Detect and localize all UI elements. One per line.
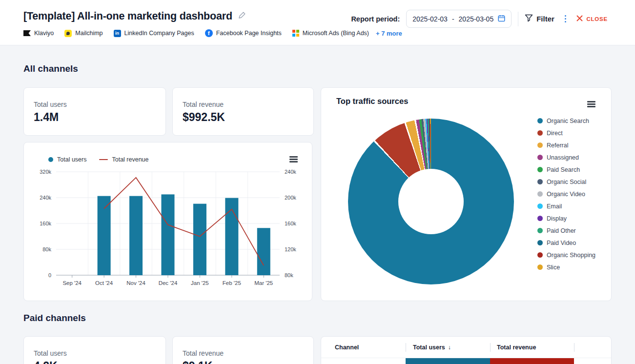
header-controls: Report period: 2025-02-03 - 2025-03-05 F… (351, 10, 608, 28)
legend-item[interactable]: Email (537, 200, 595, 212)
legend-item[interactable]: Organic Video (537, 188, 595, 200)
legend-label: Referral (547, 142, 568, 149)
integration-label: Klaviyo (34, 30, 54, 37)
all-channels-heading: All channels (23, 63, 78, 74)
close-label: CLOSE (586, 16, 608, 22)
legend-item[interactable]: Referral (537, 139, 595, 151)
stat-value: 4.2K (34, 360, 58, 364)
integration-badge[interactable]: Klaviyo (23, 30, 54, 37)
dashboard-header: [Template] All-in-one marketing dashboar… (0, 0, 635, 45)
legend-item[interactable]: Organic Social (537, 176, 595, 188)
combo-chart[interactable]: 320k240k160k80k0240k200k160k120k80kSep '… (24, 142, 313, 302)
date-end: 2025-03-05 (459, 15, 494, 23)
divider (518, 12, 518, 26)
legend-label: Direct (547, 130, 563, 137)
paid-total-users-card: Total users 4.2K (23, 336, 166, 364)
integration-badge[interactable]: fFacebook Page Insights (205, 29, 282, 37)
legend-swatch (537, 203, 543, 209)
legend-item[interactable]: Slice (537, 261, 595, 273)
legend-swatch (537, 142, 543, 148)
bar-total-users[interactable] (129, 196, 143, 275)
bar-total-users[interactable] (98, 196, 111, 275)
legend-item[interactable]: Paid Search (537, 163, 595, 176)
column-header-total-revenue[interactable]: Total revenue (497, 344, 536, 351)
legend-item[interactable]: Unassigned (537, 151, 595, 163)
table-cell-total-users[interactable] (406, 358, 490, 364)
funnel-icon (525, 14, 533, 23)
legend-label: Slice (547, 264, 560, 271)
legend-label: Organic Shopping (547, 252, 595, 259)
x-axis-label: Jan '25 (191, 280, 209, 286)
integration-label: Mailchimp (75, 30, 102, 37)
legend-label: Paid Other (547, 227, 576, 234)
edit-title-icon[interactable] (238, 11, 246, 21)
legend-swatch (537, 240, 543, 245)
x-axis-label: Feb '25 (223, 280, 241, 286)
table-cell-total-revenue[interactable] (490, 358, 574, 364)
paid-channels-heading: Paid channels (23, 313, 86, 324)
legend-label: Email (547, 203, 562, 210)
legend-swatch (537, 252, 543, 258)
stat-label: Total users (34, 349, 67, 357)
column-divider (574, 343, 574, 352)
facebook-icon: f (205, 29, 213, 37)
stat-label: Total revenue (183, 101, 224, 108)
left-axis-tick: 240k (40, 195, 51, 201)
legend-item[interactable]: Organic Shopping (537, 249, 595, 261)
microsoft-icon (292, 30, 299, 37)
legend-label: Paid Video (547, 240, 576, 246)
legend-label: Display (547, 215, 567, 222)
date-range-picker[interactable]: 2025-02-03 - 2025-03-05 (406, 10, 512, 28)
legend-item[interactable]: Organic Search (537, 115, 595, 127)
report-period-label: Report period: (351, 15, 400, 23)
legend-item[interactable]: Paid Other (537, 224, 595, 237)
stat-value: $992.5K (183, 111, 225, 124)
close-button[interactable]: CLOSE (576, 15, 608, 23)
integration-badge-list: KlaviyoMailchimpinLinkedIn Company Pages… (23, 29, 369, 37)
donut-legend: Organic SearchDirectReferralUnassignedPa… (537, 115, 595, 273)
calendar-icon[interactable] (498, 15, 505, 23)
stat-value: $9.1K (183, 360, 212, 364)
legend-swatch (537, 167, 543, 172)
integration-badge[interactable]: Mailchimp (64, 30, 102, 37)
legend-swatch (537, 216, 543, 221)
integration-badge[interactable]: inLinkedIn Company Pages (114, 30, 194, 37)
legend-item[interactable]: Display (537, 212, 595, 224)
legend-swatch (537, 155, 543, 160)
left-axis-tick: 0 (48, 272, 51, 278)
users-revenue-chart-panel: Total usersTotal revenue 320k240k160k80k… (23, 142, 312, 301)
column-header-total-users[interactable]: Total users↓ (413, 344, 451, 351)
total-users-card: Total users 1.4M (23, 87, 166, 136)
bar-total-users[interactable] (257, 228, 270, 275)
stat-value: 1.4M (34, 111, 59, 124)
bar-total-users[interactable] (162, 194, 175, 275)
integration-label: Facebook Page Insights (216, 30, 282, 37)
integration-badges-row: KlaviyoMailchimpinLinkedIn Company Pages… (23, 29, 402, 37)
integration-label: Microsoft Ads (Bing Ads) (303, 30, 369, 37)
klaviyo-icon (23, 30, 31, 36)
table-header-row: Channel Total users↓ Total revenue (321, 337, 611, 358)
integration-badge[interactable]: Microsoft Ads (Bing Ads) (292, 30, 369, 37)
x-axis-label: Nov '24 (126, 280, 145, 286)
chart-menu-icon[interactable] (587, 101, 595, 107)
legend-item[interactable]: Paid Video (537, 237, 595, 249)
more-integrations-link[interactable]: + 7 more (376, 30, 402, 37)
more-options-kebab-icon[interactable] (561, 13, 571, 25)
bar-total-users[interactable] (193, 204, 206, 275)
left-axis-tick: 160k (40, 221, 51, 226)
filter-label: Filter (536, 15, 554, 23)
close-x-icon (576, 15, 583, 23)
legend-item[interactable]: Direct (537, 127, 595, 139)
right-axis-tick: 200k (285, 195, 296, 201)
page-title: [Template] All-in-one marketing dashboar… (23, 10, 232, 22)
sort-desc-icon: ↓ (448, 344, 451, 351)
x-axis-label: Sep '24 (62, 280, 82, 286)
column-header-channel[interactable]: Channel (335, 344, 359, 351)
filter-button[interactable]: Filter (525, 14, 554, 23)
legend-label: Organic Search (547, 118, 589, 124)
x-axis-label: Dec '24 (159, 280, 178, 286)
date-separator: - (452, 15, 454, 23)
paid-total-revenue-card: Total revenue $9.1K (172, 336, 314, 364)
legend-label: Organic Social (547, 179, 586, 185)
donut-chart[interactable] (348, 119, 514, 284)
